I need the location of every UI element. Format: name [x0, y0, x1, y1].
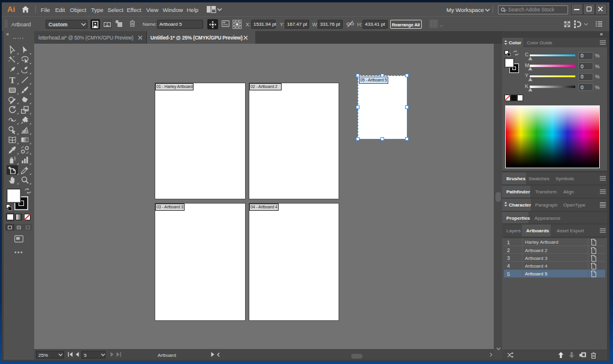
svg-text:T: T	[10, 75, 16, 84]
